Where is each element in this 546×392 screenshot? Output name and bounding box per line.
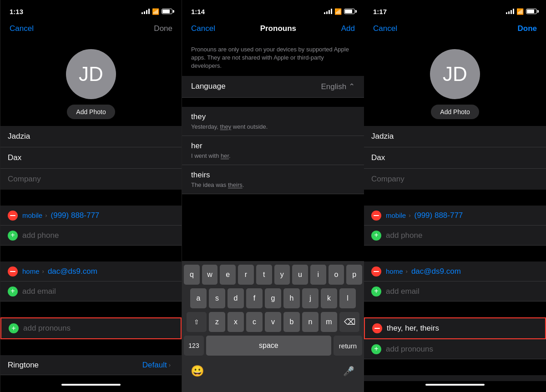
key-shift[interactable]: ⇧ bbox=[187, 312, 207, 332]
key-space[interactable]: space bbox=[206, 336, 331, 356]
status-time-3: 1:17 bbox=[373, 8, 387, 15]
key-e[interactable]: e bbox=[220, 265, 236, 285]
cancel-button-3[interactable]: Cancel bbox=[373, 24, 397, 33]
phone-chevron-3: › bbox=[409, 212, 410, 219]
remove-email-button-3[interactable] bbox=[371, 266, 381, 276]
add-photo-button-3[interactable]: Add Photo bbox=[431, 105, 479, 119]
home-indicator-1 bbox=[0, 381, 182, 392]
key-w[interactable]: w bbox=[202, 265, 218, 285]
pronouns-result-row[interactable]: they, her, theirs bbox=[365, 318, 545, 338]
add-phone-row-1[interactable]: add phone bbox=[0, 226, 182, 246]
mic-button[interactable]: 🎤 bbox=[339, 361, 359, 381]
phone-number-3: (999) 888-777 bbox=[415, 211, 463, 220]
key-z[interactable]: z bbox=[209, 312, 225, 332]
keyboard-bottom: 😀 🎤 bbox=[184, 359, 362, 390]
language-row[interactable]: Language English ⌃ bbox=[182, 76, 364, 98]
battery-icon-1 bbox=[162, 9, 172, 14]
key-q[interactable]: q bbox=[184, 265, 200, 285]
add-email-row-3[interactable]: add email bbox=[364, 281, 546, 302]
keyboard-row-2: a s d f g h j k l bbox=[184, 288, 362, 308]
cancel-button-1[interactable]: Cancel bbox=[10, 24, 34, 33]
email-label-3: home bbox=[386, 267, 403, 275]
ringtone-row-1[interactable]: Ringtone Default › bbox=[0, 355, 182, 375]
company-row-3[interactable]: Company bbox=[364, 169, 546, 190]
key-l[interactable]: l bbox=[339, 288, 356, 308]
phone-row-3[interactable]: mobile › (999) 888-777 bbox=[364, 206, 546, 226]
key-y[interactable]: y bbox=[274, 265, 290, 285]
first-name-row-1[interactable]: Jadzia bbox=[0, 126, 182, 147]
key-x[interactable]: x bbox=[228, 312, 244, 332]
add-phone-label-1: add phone bbox=[22, 231, 59, 240]
company-row-1[interactable]: Company bbox=[0, 169, 182, 190]
key-return[interactable]: return bbox=[334, 336, 362, 356]
wifi-icon-1: 📶 bbox=[152, 8, 159, 15]
avatar-3[interactable]: JD bbox=[430, 49, 480, 99]
last-name-value-3: Dax bbox=[371, 153, 385, 162]
key-s[interactable]: s bbox=[209, 288, 225, 308]
add-email-label-3: add email bbox=[386, 287, 420, 296]
key-p[interactable]: p bbox=[346, 265, 362, 285]
status-bar-1: 1:13 📶 bbox=[0, 0, 182, 20]
remove-email-button-1[interactable] bbox=[8, 266, 18, 276]
add-phone-row-3[interactable]: add phone bbox=[364, 226, 546, 246]
add-email-button-1[interactable] bbox=[8, 286, 18, 297]
key-n[interactable]: n bbox=[302, 312, 318, 332]
key-u[interactable]: u bbox=[292, 265, 308, 285]
add-photo-button-1[interactable]: Add Photo bbox=[67, 105, 115, 119]
ringtone-row-3[interactable]: Ringtone Default › bbox=[364, 375, 546, 381]
key-h[interactable]: h bbox=[283, 288, 300, 308]
last-name-row-1[interactable]: Dax bbox=[0, 147, 182, 169]
last-name-value-1: Dax bbox=[8, 153, 21, 162]
status-time-2: 1:14 bbox=[191, 8, 205, 15]
key-r[interactable]: r bbox=[238, 265, 254, 285]
key-m[interactable]: m bbox=[321, 312, 337, 332]
add-email-row-1[interactable]: add email bbox=[0, 281, 182, 302]
pronoun-row-they[interactable]: they Yesterday, they went outside. bbox=[182, 107, 364, 136]
key-g[interactable]: g bbox=[265, 288, 281, 308]
add-pronouns-button-1[interactable] bbox=[9, 323, 19, 333]
add-pronouns-row-1[interactable]: add pronouns bbox=[1, 318, 181, 338]
email-row-3[interactable]: home › dac@ds9.com bbox=[364, 261, 546, 281]
cancel-button-2[interactable]: Cancel bbox=[191, 24, 215, 33]
add-email-button-3[interactable] bbox=[371, 286, 381, 297]
key-d[interactable]: d bbox=[228, 288, 244, 308]
add-pronouns-row-3[interactable]: add pronouns bbox=[364, 339, 546, 359]
key-j[interactable]: j bbox=[302, 288, 318, 308]
done-button-3[interactable]: Done bbox=[517, 24, 537, 33]
key-o[interactable]: o bbox=[329, 265, 344, 285]
remove-pronouns-button-3[interactable] bbox=[372, 323, 382, 333]
company-placeholder-1: Company bbox=[8, 175, 41, 184]
phone-row-1[interactable]: mobile › (999) 888-777 bbox=[0, 206, 182, 226]
key-k[interactable]: k bbox=[321, 288, 337, 308]
key-i[interactable]: i bbox=[310, 265, 326, 285]
email-row-1[interactable]: home › dac@ds9.com bbox=[0, 261, 182, 281]
pronoun-example-theirs: The idea was theirs. bbox=[191, 181, 355, 188]
add-phone-button-3[interactable] bbox=[371, 231, 381, 241]
pronoun-row-theirs[interactable]: theirs The idea was theirs. bbox=[182, 165, 364, 194]
remove-phone-button-1[interactable] bbox=[8, 211, 18, 221]
remove-phone-button-3[interactable] bbox=[371, 211, 381, 221]
add-pronouns-button-3[interactable] bbox=[371, 344, 381, 354]
last-name-row-3[interactable]: Dax bbox=[364, 147, 546, 169]
avatar-section-3: JD Add Photo bbox=[364, 40, 546, 126]
phone-group-1: mobile › (999) 888-777 add phone bbox=[0, 206, 182, 246]
nav-bar-3: Cancel Done bbox=[364, 20, 546, 40]
key-b[interactable]: b bbox=[283, 312, 300, 332]
add-phone-button-1[interactable] bbox=[8, 231, 18, 241]
key-v[interactable]: v bbox=[265, 312, 281, 332]
keyboard-row-1: q w e r t y u i o p bbox=[184, 265, 362, 285]
pronoun-row-her[interactable]: her I went with her. bbox=[182, 136, 364, 165]
first-name-row-3[interactable]: Jadzia bbox=[364, 126, 546, 147]
add-button[interactable]: Add bbox=[341, 24, 355, 33]
emoji-button[interactable]: 😀 bbox=[187, 361, 207, 381]
language-label: Language bbox=[191, 82, 226, 91]
key-t[interactable]: t bbox=[256, 265, 272, 285]
key-a[interactable]: a bbox=[190, 288, 207, 308]
panel-pronouns-input: 1:14 📶 Cancel Pronouns Add Pronouns are … bbox=[182, 0, 364, 392]
done-button-1[interactable]: Done bbox=[154, 24, 172, 33]
key-numbers[interactable]: 123 bbox=[184, 336, 204, 356]
key-delete[interactable]: ⌫ bbox=[339, 312, 359, 332]
key-f[interactable]: f bbox=[246, 288, 263, 308]
avatar-1[interactable]: JD bbox=[66, 49, 116, 99]
key-c[interactable]: c bbox=[246, 312, 263, 332]
